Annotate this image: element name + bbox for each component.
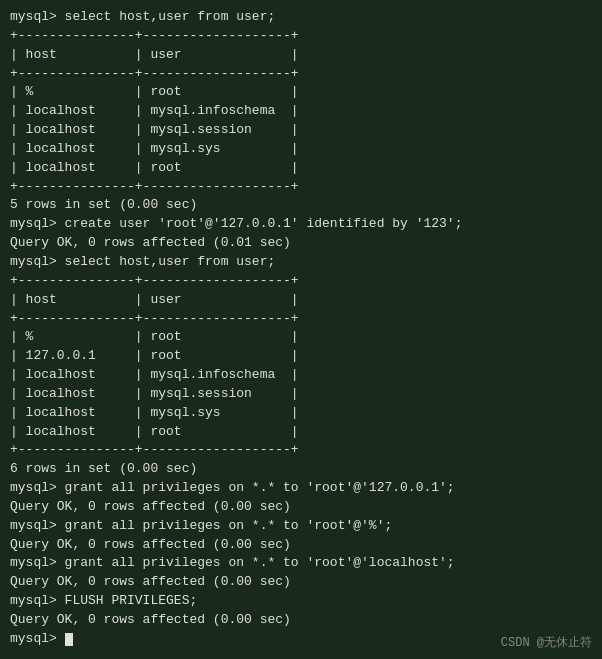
cursor — [65, 633, 73, 646]
terminal-line: | % | root | — [10, 328, 592, 347]
terminal-content: mysql> select host,user from user;+-----… — [10, 8, 592, 649]
terminal-line: | host | user | — [10, 291, 592, 310]
terminal-line: 6 rows in set (0.00 sec) — [10, 460, 592, 479]
terminal-line: mysql> select host,user from user; — [10, 8, 592, 27]
terminal-line: +---------------+-------------------+ — [10, 178, 592, 197]
terminal-line: | localhost | mysql.sys | — [10, 140, 592, 159]
terminal-line: | localhost | mysql.session | — [10, 385, 592, 404]
terminal-line: Query OK, 0 rows affected (0.01 sec) — [10, 234, 592, 253]
terminal-line: | % | root | — [10, 83, 592, 102]
terminal-line: Query OK, 0 rows affected (0.00 sec) — [10, 498, 592, 517]
terminal-window: mysql> select host,user from user;+-----… — [0, 0, 602, 659]
terminal-line: Query OK, 0 rows affected (0.00 sec) — [10, 536, 592, 555]
terminal-line: mysql> FLUSH PRIVILEGES; — [10, 592, 592, 611]
terminal-line: | 127.0.0.1 | root | — [10, 347, 592, 366]
watermark: CSDN @无休止符 — [501, 634, 592, 651]
terminal-line: +---------------+-------------------+ — [10, 65, 592, 84]
terminal-line: mysql> grant all privileges on *.* to 'r… — [10, 554, 592, 573]
terminal-line: | localhost | mysql.session | — [10, 121, 592, 140]
terminal-line: mysql> grant all privileges on *.* to 'r… — [10, 517, 592, 536]
terminal-line: 5 rows in set (0.00 sec) — [10, 196, 592, 215]
terminal-line: Query OK, 0 rows affected (0.00 sec) — [10, 573, 592, 592]
terminal-line: +---------------+-------------------+ — [10, 310, 592, 329]
terminal-line: mysql> create user 'root'@'127.0.0.1' id… — [10, 215, 592, 234]
terminal-line: mysql> grant all privileges on *.* to 'r… — [10, 479, 592, 498]
terminal-line: +---------------+-------------------+ — [10, 272, 592, 291]
terminal-line: mysql> select host,user from user; — [10, 253, 592, 272]
terminal-line: +---------------+-------------------+ — [10, 27, 592, 46]
terminal-line: | localhost | root | — [10, 159, 592, 178]
terminal-line: +---------------+-------------------+ — [10, 441, 592, 460]
terminal-line: | host | user | — [10, 46, 592, 65]
terminal-line: Query OK, 0 rows affected (0.00 sec) — [10, 611, 592, 630]
terminal-line: | localhost | mysql.infoschema | — [10, 366, 592, 385]
terminal-line: | localhost | mysql.sys | — [10, 404, 592, 423]
terminal-line: | localhost | root | — [10, 423, 592, 442]
terminal-line: | localhost | mysql.infoschema | — [10, 102, 592, 121]
